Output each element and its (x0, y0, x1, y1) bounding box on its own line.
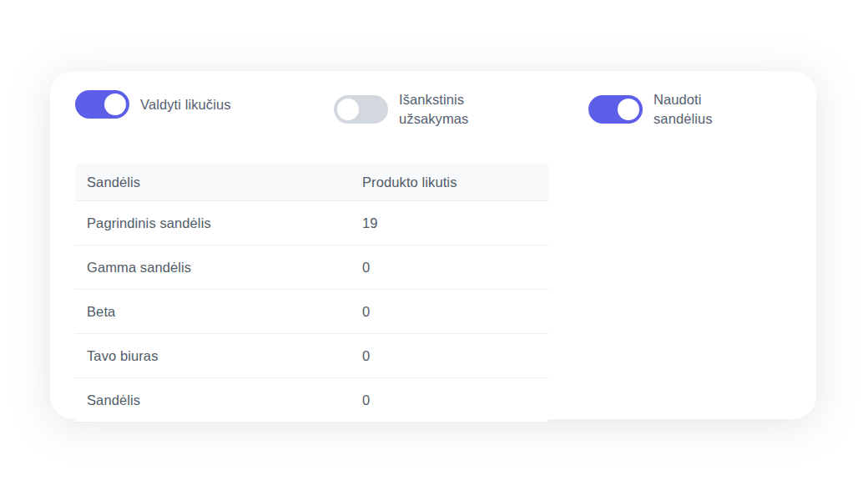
stock-value: 0 (351, 304, 548, 320)
toggle-knob (618, 99, 639, 120)
warehouse-stock-table: Sandėlis Produkto likutis Pagrindinis sa… (75, 164, 548, 423)
table-row: Tavo biuras 0 (75, 334, 548, 378)
product-stock-card: Valdyti likučius Išankstinis užsakymas N… (50, 71, 816, 419)
preorder-label: Išankstinis užsakymas (399, 90, 503, 129)
page: Valdyti likučius Išankstinis užsakymas N… (0, 0, 868, 491)
header-product-balance: Produkto likutis (351, 175, 548, 190)
preorder-toggle[interactable] (334, 95, 388, 124)
use-warehouses-toggle-group: Naudoti sandėlius (588, 90, 758, 129)
manage-balances-toggle[interactable] (75, 90, 129, 119)
header-warehouse: Sandėlis (75, 175, 351, 190)
use-warehouses-toggle[interactable] (588, 95, 643, 124)
toggle-knob (104, 94, 126, 115)
warehouse-name: Tavo biuras (75, 348, 351, 364)
warehouse-name: Sandėlis (75, 392, 351, 408)
table-row: Sandėlis 0 (75, 378, 548, 423)
warehouse-name: Gamma sandėlis (75, 260, 351, 276)
stock-value: 0 (351, 348, 548, 364)
manage-balances-toggle-group: Valdyti likučius (75, 90, 231, 119)
preorder-toggle-group: Išankstinis užsakymas (334, 90, 503, 129)
warehouse-name: Pagrindinis sandėlis (75, 215, 351, 231)
stock-value: 19 (351, 215, 548, 231)
table-row: Pagrindinis sandėlis 19 (75, 201, 548, 246)
stock-value: 0 (351, 392, 548, 408)
warehouse-name: Beta (75, 304, 351, 320)
table-row: Beta 0 (75, 290, 548, 334)
manage-balances-label: Valdyti likučius (140, 95, 231, 114)
stock-value: 0 (351, 260, 548, 276)
table-row: Gamma sandėlis 0 (75, 246, 548, 290)
toggle-knob (337, 99, 359, 120)
table-header-row: Sandėlis Produkto likutis (75, 164, 548, 201)
use-warehouses-label: Naudoti sandėlius (654, 90, 758, 129)
